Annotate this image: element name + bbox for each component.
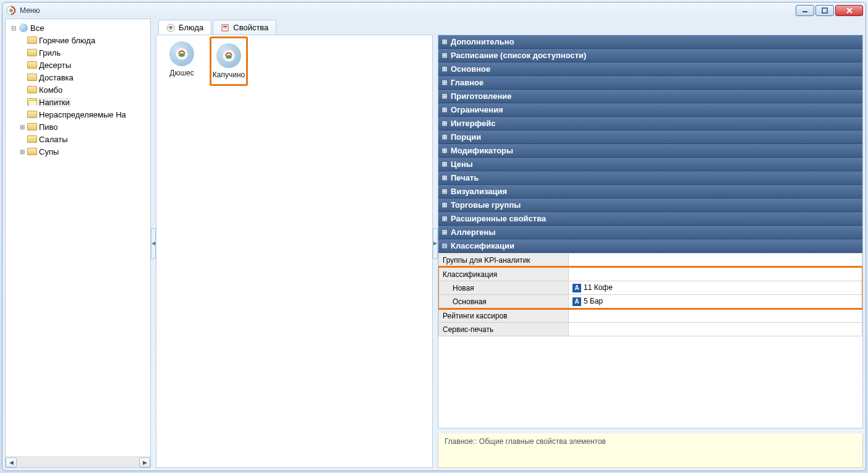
scroll-left-icon[interactable]: ◀	[6, 458, 17, 467]
prop-group-header[interactable]: ⊞Интерфейс	[438, 117, 862, 130]
svg-point-10	[179, 53, 185, 57]
tree-item[interactable]: Салаты	[7, 133, 149, 145]
prop-group-header[interactable]: ⊞Основное	[438, 62, 862, 76]
prop-value[interactable]: A11 Кофе	[569, 281, 862, 295]
prop-group-header[interactable]: ⊞Порции	[438, 130, 862, 144]
hint-pane: Главное:: Общие главные свойства элемент…	[438, 433, 863, 468]
splitter-handle-icon[interactable]: ◀	[151, 228, 156, 259]
prop-group-header[interactable]: ⊞Модификаторы	[438, 144, 862, 158]
expand-icon[interactable]: ⊞	[442, 79, 451, 86]
prop-value[interactable]	[569, 323, 862, 336]
prop-row-novaya[interactable]: Новая A11 Кофе	[439, 281, 862, 295]
tab-properties-label: Свойства	[233, 23, 268, 32]
expand-icon[interactable]: ⊞	[442, 66, 451, 72]
expand-icon[interactable]: ⊞	[442, 52, 451, 59]
prop-group-header[interactable]: ⊞Печать	[438, 171, 862, 185]
prop-group-header[interactable]: ⊞Расписание (список доступности)	[438, 49, 862, 62]
svg-point-5	[169, 27, 172, 30]
expand-icon[interactable]: ⊞	[442, 161, 451, 168]
tree-item-selected[interactable]: Напитки	[7, 96, 149, 108]
close-button[interactable]	[835, 5, 863, 16]
expand-icon[interactable]: ⊞	[442, 106, 451, 113]
prop-row-classification[interactable]: Классификация	[439, 268, 862, 281]
dish-item-selected[interactable]: Капучино	[210, 36, 248, 86]
prop-group-header[interactable]: ⊞Торговые группы	[438, 198, 862, 212]
dishes-pane: Дюшес Капучино	[156, 35, 433, 468]
prop-value[interactable]	[569, 254, 862, 267]
globe-icon	[18, 23, 29, 33]
prop-name: Классификация	[439, 268, 569, 281]
tree-root-label: Все	[29, 23, 45, 33]
folder-icon	[27, 72, 38, 82]
tree-item[interactable]: Доставка	[7, 71, 149, 83]
splitter-left[interactable]: ◀	[151, 19, 156, 468]
dish-icon	[169, 41, 194, 66]
tree-item[interactable]: ⊞Супы	[7, 145, 149, 158]
tab-dishes-label: Блюда	[179, 23, 203, 32]
tree-item[interactable]: Гриль	[7, 46, 149, 59]
scroll-track[interactable]	[17, 458, 139, 467]
folder-icon	[27, 85, 38, 95]
tree-root[interactable]: ⊟ Все	[7, 22, 149, 34]
splitter-right[interactable]: ▶	[433, 19, 438, 468]
hint-text: Главное:: Общие главные свойства элемент…	[445, 437, 606, 446]
prop-name: Новая	[439, 281, 569, 295]
prop-group-header[interactable]: ⊞Главное	[438, 76, 862, 90]
expand-icon[interactable]: ⊞	[442, 38, 451, 45]
expand-icon[interactable]: ⊞	[442, 215, 451, 222]
splitter-handle-icon[interactable]: ▶	[433, 228, 438, 259]
dish-label: Капучино	[213, 70, 245, 79]
classification-highlight: Классификация Новая A11 Кофе Основная A5…	[438, 267, 862, 309]
prop-row-kpi[interactable]: Группы для KPI-аналитик	[439, 254, 862, 267]
expand-icon[interactable]: ⊞	[442, 93, 451, 100]
prop-value[interactable]	[569, 309, 862, 323]
prop-row-osnovnaya[interactable]: Основная A5 Бар	[439, 295, 862, 309]
collapse-icon[interactable]: ⊟	[442, 242, 451, 249]
collapse-icon[interactable]: ⊟	[9, 25, 18, 32]
prop-group-header[interactable]: ⊞Аллергены	[438, 226, 862, 239]
prop-row-rating[interactable]: Рейтинги кассиров	[439, 309, 862, 323]
prop-value[interactable]: A5 Бар	[569, 295, 862, 309]
prop-group-header[interactable]: ⊞Приготовление	[438, 90, 862, 103]
folder-icon	[27, 35, 38, 45]
tree-item[interactable]: ⊞Пиво	[7, 121, 149, 133]
prop-group-header[interactable]: ⊞Ограничения	[438, 103, 862, 117]
svg-rect-8	[223, 28, 227, 28]
expand-icon[interactable]: ⊞	[442, 229, 451, 236]
maximize-button[interactable]	[815, 5, 834, 16]
tree-item[interactable]: Горячие блюда	[7, 34, 149, 46]
tree-item[interactable]: Нераспределяемые На	[7, 108, 149, 121]
dish-label: Дюшес	[169, 69, 194, 77]
prop-group-header[interactable]: ⊞Дополнительно	[438, 35, 862, 49]
folder-icon	[27, 147, 38, 156]
folder-icon	[27, 134, 38, 144]
tree-item[interactable]: Десерты	[7, 59, 149, 71]
minimize-button[interactable]	[796, 5, 814, 16]
dish-icon	[216, 43, 241, 68]
prop-group-header[interactable]: ⊞Визуализация	[438, 185, 862, 198]
properties-pane[interactable]: ⊞Дополнительно ⊞Расписание (список досту…	[438, 35, 863, 428]
prop-group-header[interactable]: ⊞Расширенные свойства	[438, 212, 862, 226]
prop-group-header[interactable]: ⊞Цены	[438, 158, 862, 171]
splitter-bottom[interactable]	[438, 428, 863, 433]
expand-icon[interactable]: ⊞	[442, 174, 451, 181]
expand-icon[interactable]: ⊞	[442, 147, 451, 154]
dishes-column: Блюда Свойства Дюшес	[156, 19, 433, 468]
expand-icon[interactable]: ⊞	[18, 148, 27, 155]
prop-group-classifications[interactable]: ⊟Классификации	[438, 239, 862, 253]
expand-icon[interactable]: ⊞	[442, 202, 451, 208]
menu-tree[interactable]: ⊟ Все Горячие блюда Гриль Десерты Достав…	[6, 19, 150, 456]
tab-properties[interactable]: Свойства	[213, 20, 276, 35]
tree-scrollbar[interactable]: ◀ ▶	[6, 456, 150, 467]
title-bar: Меню	[2, 2, 866, 19]
expand-icon[interactable]: ⊞	[442, 188, 451, 195]
expand-icon[interactable]: ⊞	[18, 124, 27, 130]
scroll-right-icon[interactable]: ▶	[139, 458, 150, 467]
dish-item[interactable]: Дюшес	[163, 41, 201, 77]
expand-icon[interactable]: ⊞	[442, 134, 451, 140]
prop-row-service[interactable]: Сервис-печать	[439, 323, 862, 336]
tree-item[interactable]: Комбо	[7, 83, 149, 96]
tab-dishes[interactable]: Блюда	[158, 20, 211, 35]
expand-icon[interactable]: ⊞	[442, 120, 451, 127]
prop-value[interactable]	[569, 268, 862, 281]
